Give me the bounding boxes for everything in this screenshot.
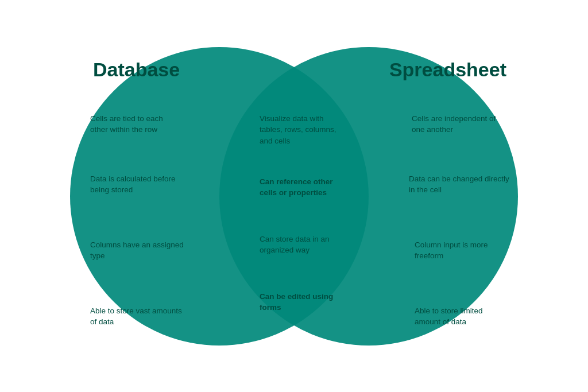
left-item-able-store-vast: Able to store vast amounts of data bbox=[90, 305, 185, 328]
right-item-cells-independent: Cells are independent of one another bbox=[412, 113, 509, 135]
right-item-column-freeform: Column input is more freeform bbox=[415, 239, 509, 262]
left-item-data-calculated: Data is calculated before being stored bbox=[90, 173, 191, 196]
title-spreadsheet: Spreadsheet bbox=[389, 59, 506, 81]
left-item-cells-tied: Cells are tied to each other within the … bbox=[90, 113, 182, 135]
title-database: Database bbox=[93, 59, 180, 81]
center-item-can-store: Can store data in an organized way bbox=[260, 234, 340, 256]
center-item-can-reference: Can reference other cells or properties bbox=[260, 176, 343, 199]
left-item-columns-type: Columns have an assigned type bbox=[90, 239, 185, 262]
right-item-able-store-limited: Able to store limited amount of data bbox=[415, 305, 509, 328]
center-item-can-edited: Can be edited using forms bbox=[260, 291, 340, 313]
right-item-data-changed: Data can be changed directly in the cell bbox=[409, 173, 509, 196]
venn-diagram: Database Spreadsheet Cells are tied to e… bbox=[36, 24, 552, 368]
center-item-visualize: Visualize data with tables, rows, column… bbox=[260, 113, 340, 147]
